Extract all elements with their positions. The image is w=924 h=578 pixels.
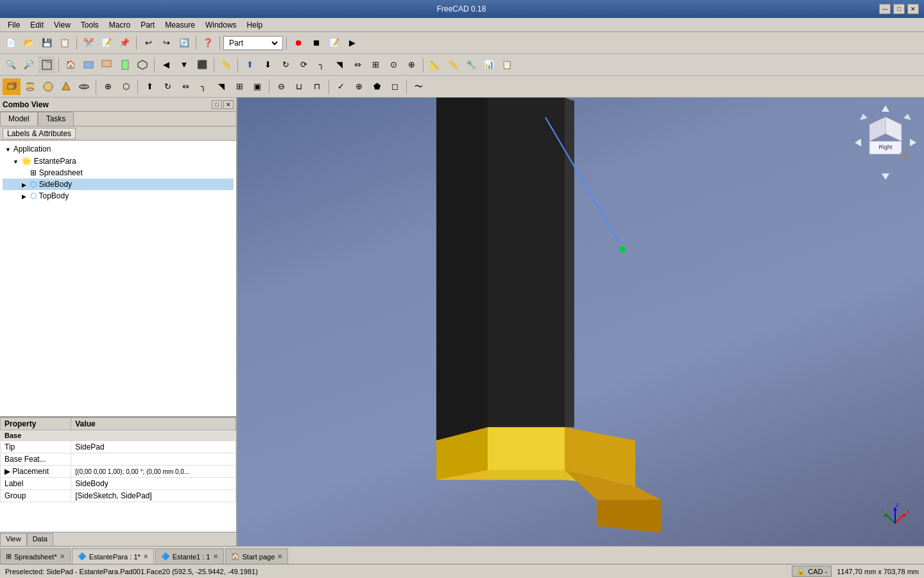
new-button[interactable]: 📄	[3, 35, 19, 51]
workbench-select[interactable]: Part Part Design Sketcher	[227, 38, 280, 48]
viewmeasure4-button[interactable]: 📊	[481, 57, 497, 73]
paste-button[interactable]: 📌	[116, 35, 133, 51]
view-home-button[interactable]: 🏠	[62, 57, 79, 73]
chamfer2-button[interactable]: ◥	[213, 78, 230, 95]
menu-measure[interactable]: Measure	[160, 19, 200, 31]
menu-macro[interactable]: Macro	[104, 19, 135, 31]
menu-windows[interactable]: Windows	[200, 19, 242, 31]
copy-button[interactable]: 📝	[98, 35, 115, 51]
fillet2-button[interactable]: ╮	[195, 78, 212, 95]
prop-label-value[interactable]: SideBody	[71, 478, 236, 490]
menu-part[interactable]: Part	[135, 19, 160, 31]
startpage-tab-close[interactable]: ✕	[277, 553, 282, 560]
spreadsheet-tab[interactable]: ⊞ Spreadsheet* ✕	[0, 548, 71, 564]
viewmeasure3-button[interactable]: 🔧	[463, 57, 479, 73]
menu-help[interactable]: Help	[242, 19, 268, 31]
loft-button[interactable]: ⬡	[117, 78, 134, 95]
menu-file[interactable]: File	[3, 19, 25, 31]
viewbox-button[interactable]	[38, 57, 55, 73]
intersect-button[interactable]: ⊓	[309, 78, 325, 95]
cut2-button[interactable]: ⊖	[273, 78, 289, 95]
float-button[interactable]: □	[212, 100, 222, 109]
save-button[interactable]: 💾	[38, 35, 55, 51]
menu-view[interactable]: View	[49, 19, 76, 31]
stop-macro-button[interactable]: ⏹	[308, 35, 325, 51]
estantepara-tab[interactable]: 🔷 EstantePara : 1* ✕	[72, 548, 154, 564]
viewmeasure2-button[interactable]: 📏	[445, 57, 461, 73]
sidebody-node[interactable]: ▶ ⬡ SideBody	[3, 179, 234, 190]
close-button[interactable]: ✕	[907, 4, 919, 14]
prop-basefeat-value[interactable]	[71, 453, 236, 466]
view-top-button[interactable]	[98, 57, 115, 73]
close-panel-button[interactable]: ✕	[223, 100, 234, 109]
pocket-button[interactable]: ⬇	[259, 57, 276, 73]
check-button[interactable]: ✓	[332, 78, 349, 95]
mirror-button[interactable]: ⇔	[349, 57, 366, 73]
redo-button[interactable]: ↪	[158, 35, 175, 51]
root-node[interactable]: ▼ 🌟 EstantePara	[3, 155, 234, 167]
prop-tip-value[interactable]: SidePad	[71, 441, 236, 453]
estante1-tab[interactable]: 🔷 Estante1 : 1 ✕	[155, 548, 224, 564]
mirror2-button[interactable]: ⇔	[177, 78, 194, 95]
revolve-button[interactable]: ↻	[277, 57, 294, 73]
view-bottom-button[interactable]: ▼	[176, 57, 193, 73]
view-left-button[interactable]: ◀	[158, 57, 175, 73]
view-iso-button[interactable]	[134, 57, 151, 73]
measure-button[interactable]: 📏	[218, 57, 234, 73]
clone-button[interactable]: ⊕	[403, 57, 420, 73]
viewmeasure5-button[interactable]: 📋	[499, 57, 515, 73]
estante1-tab-close[interactable]: ✕	[213, 553, 218, 560]
linear-pattern-button[interactable]: ⊞	[367, 57, 384, 73]
prop-group-value[interactable]: [SideSketch, SidePad]	[71, 490, 236, 502]
macro-editor-button[interactable]: 📝	[326, 35, 343, 51]
offset-button[interactable]: ⊞	[231, 78, 248, 95]
zoom-button[interactable]: 🔎	[21, 57, 37, 73]
estantepara-tab-close[interactable]: ✕	[143, 553, 148, 560]
view-back-button[interactable]: ⬛	[194, 57, 210, 73]
execute-macro-button[interactable]: ▶	[344, 35, 361, 51]
view-tab[interactable]: View	[0, 533, 27, 546]
boolean-button[interactable]: ⊕	[99, 78, 116, 95]
cut-button[interactable]: ✂️	[80, 35, 97, 51]
navigation-cube[interactable]: Right	[853, 104, 918, 181]
compound-button[interactable]: ⬟	[368, 78, 385, 95]
saveas-button[interactable]: 📋	[56, 35, 73, 51]
undo-button[interactable]: ↩	[140, 35, 157, 51]
data-tab[interactable]: Data	[27, 533, 53, 546]
view-right-button[interactable]	[116, 57, 133, 73]
spreadsheet-tab-close[interactable]: ✕	[60, 553, 65, 560]
thickness-button[interactable]: ▣	[249, 78, 266, 95]
fillet-button[interactable]: ╮	[313, 57, 330, 73]
cylinder-button[interactable]	[22, 78, 38, 95]
workbench-dropdown[interactable]: Part Part Design Sketcher	[223, 36, 283, 50]
revolve2-button[interactable]: ↻	[159, 78, 176, 95]
view-front-button[interactable]	[80, 57, 97, 73]
chamfer-button[interactable]: ◥	[331, 57, 348, 73]
box-button[interactable]	[3, 78, 21, 95]
pad-button[interactable]: ⬆	[241, 57, 258, 73]
placement-expand-arrow[interactable]: ▶	[4, 467, 10, 476]
maximize-button[interactable]: □	[893, 4, 905, 14]
extrude-button[interactable]: ⬆	[141, 78, 158, 95]
viewmeasure1-button[interactable]: 📐	[427, 57, 443, 73]
3d-viewport[interactable]: Right X Y Z	[237, 98, 924, 546]
startpage-tab[interactable]: 🏠 Start page ✕	[225, 548, 289, 564]
minimize-button[interactable]: —	[879, 4, 891, 14]
polar-pattern-button[interactable]: ⊙	[385, 57, 402, 73]
sweep-button[interactable]: 〜	[410, 78, 427, 95]
cone-button[interactable]	[58, 78, 74, 95]
prop-placement-value[interactable]: [(0,00 0,00 1,00); 0,00 °; (0,00 mm 0,0.…	[71, 466, 236, 478]
fitall-button[interactable]: 🔍	[3, 57, 19, 73]
topbody-node[interactable]: ▶ ⬡ TopBody	[3, 190, 234, 202]
labels-attributes-tab[interactable]: Labels & Attributes	[3, 128, 76, 139]
shell-button[interactable]: ◻	[386, 78, 403, 95]
groove-button[interactable]: ⟳	[295, 57, 312, 73]
sphere-button[interactable]	[40, 78, 56, 95]
tasks-tab[interactable]: Tasks	[38, 112, 74, 126]
model-tab[interactable]: Model	[0, 112, 38, 126]
record-macro-button[interactable]: ⏺	[290, 35, 307, 51]
spreadsheet-node[interactable]: ⊞ Spreadsheet	[3, 167, 234, 179]
fuse-button[interactable]: ⊕	[350, 78, 367, 95]
refresh-button[interactable]: 🔄	[176, 35, 193, 51]
union-button[interactable]: ⊔	[291, 78, 307, 95]
